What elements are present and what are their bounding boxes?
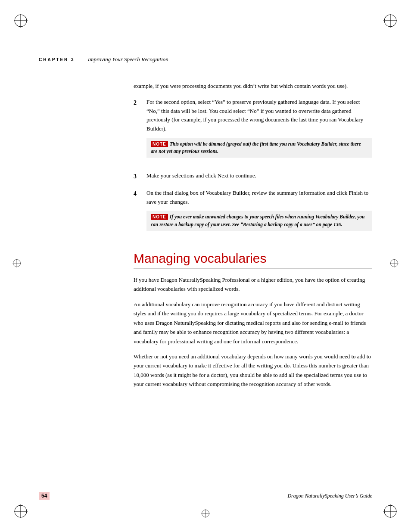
step-2: 2 For the second option, select “Yes” to…	[134, 98, 372, 165]
side-mark-right	[389, 258, 399, 270]
step-3-content: Make your selections and click Next to c…	[146, 171, 372, 181]
corner-mark-br	[383, 504, 398, 519]
content-area: example, if you were processing document…	[134, 82, 372, 395]
section-para-1: If you have Dragon NaturallySpeaking Pro…	[134, 275, 372, 294]
step-3-text: Make your selections and click Next to c…	[146, 171, 372, 180]
section-heading: Managing vocabularies	[134, 251, 372, 266]
corner-mark-tr	[383, 13, 398, 28]
step-4: 4 On the final dialog box of Vocabulary …	[134, 189, 372, 238]
section-para-3: Whether or not you need an additional vo…	[134, 352, 372, 389]
corner-mark-tl	[13, 13, 28, 28]
section-para-2: An additional vocabulary can improve rec…	[134, 300, 372, 346]
step-4-content: On the final dialog box of Vocabulary Bu…	[146, 189, 372, 238]
side-mark-left	[12, 258, 22, 270]
step-2-note: NOTEThis option will be dimmed (grayed o…	[146, 138, 372, 158]
intro-paragraph: example, if you were processing document…	[134, 82, 372, 91]
note-2-text: This option will be dimmed (grayed out) …	[151, 141, 361, 154]
footer-title: Dragon NaturallySpeaking User’s Guide	[287, 493, 372, 499]
note-4-label: NOTE	[151, 214, 168, 220]
step-4-note: NOTEIf you ever make unwanted changes to…	[146, 211, 372, 231]
page-footer: 54 Dragon NaturallySpeaking User’s Guide	[39, 492, 372, 500]
note-2-label: NOTE	[151, 141, 168, 147]
corner-mark-bl	[13, 504, 28, 519]
step-2-number: 2	[134, 98, 140, 165]
page-header: CHAPTER 3 Improving Your Speech Recognit…	[39, 56, 372, 63]
note-4-text: If you ever make unwanted changes to you…	[151, 214, 364, 227]
page: CHAPTER 3 Improving Your Speech Recognit…	[0, 0, 411, 532]
step-2-content: For the second option, select “Yes” to p…	[146, 98, 372, 165]
footer-page-number: 54	[39, 492, 50, 500]
step-4-number: 4	[134, 189, 140, 238]
bottom-mark-center	[201, 509, 210, 520]
chapter-label: CHAPTER 3	[39, 57, 75, 62]
section-rule	[134, 268, 372, 268]
step-3: 3 Make your selections and click Next to…	[134, 171, 372, 181]
step-3-number: 3	[134, 171, 140, 181]
step-4-text: On the final dialog box of Vocabulary Bu…	[146, 189, 372, 207]
chapter-subtitle: Improving Your Speech Recognition	[88, 56, 168, 63]
step-2-text: For the second option, select “Yes” to p…	[146, 98, 372, 134]
